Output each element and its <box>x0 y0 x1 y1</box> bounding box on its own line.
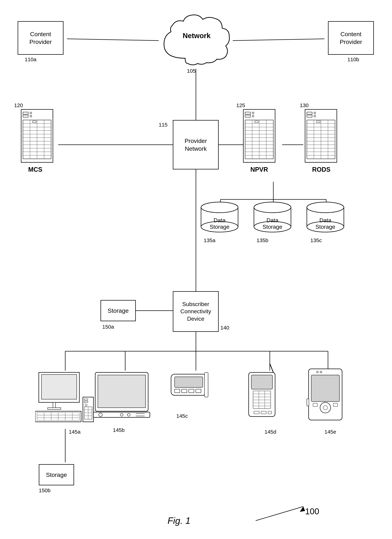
svg-line-1 <box>233 39 325 41</box>
provider-network-label: Provider Network <box>185 137 207 153</box>
data-storage-c-label: DataStorage <box>307 217 344 230</box>
content-provider-right-ref: 110b <box>347 57 359 63</box>
content-provider-right-label: Content Provider <box>340 30 362 46</box>
mcs-label: MCS <box>28 166 42 173</box>
svg-rect-131 <box>205 372 208 397</box>
connection-lines <box>0 0 392 539</box>
mcs-server <box>18 108 57 164</box>
provider-network-ref: 115 <box>159 122 168 128</box>
content-provider-left-box: Content Provider <box>18 21 63 55</box>
svg-line-0 <box>67 39 159 41</box>
data-storage-a-label: DataStorage <box>201 217 238 230</box>
storage-150b-ref: 150b <box>39 487 51 493</box>
svg-rect-153 <box>313 403 317 406</box>
svg-point-86 <box>201 202 238 213</box>
device-145e-pda <box>305 367 346 425</box>
content-provider-left-ref: 110a <box>25 57 37 63</box>
diagram: Network 105 Content Provider 110a Conten… <box>0 0 392 539</box>
rods-ref: 130 <box>300 102 309 108</box>
device-145c-ref: 145c <box>176 413 188 419</box>
svg-marker-22 <box>300 506 305 512</box>
storage-150b-label: Storage <box>46 471 67 479</box>
rods-server <box>302 108 340 164</box>
device-145a-ref: 145a <box>69 429 80 435</box>
device-145d-phone <box>243 362 284 424</box>
network-cloud: Network <box>150 9 243 69</box>
device-145a-computer <box>35 371 95 427</box>
storage-150a-label: Storage <box>108 307 128 314</box>
device-145d-ref: 145d <box>264 429 276 435</box>
npvr-server <box>240 108 279 164</box>
svg-point-90 <box>254 202 291 213</box>
svg-rect-144 <box>261 411 266 414</box>
provider-network-box: Provider Network <box>173 120 219 169</box>
svg-rect-118 <box>98 375 146 408</box>
subscriber-connectivity-box: Subscriber Connectivity Device <box>173 291 219 332</box>
storage-150a-ref: 150a <box>102 324 114 330</box>
svg-rect-134 <box>251 375 272 389</box>
svg-rect-149 <box>311 375 340 401</box>
storage-150b-box: Storage <box>39 464 74 485</box>
svg-rect-143 <box>254 411 259 414</box>
device-145b-ref: 145b <box>113 427 125 433</box>
svg-line-21 <box>256 506 303 521</box>
content-provider-left-label: Content Provider <box>29 30 52 46</box>
subscriber-connectivity-ref: 140 <box>220 325 229 331</box>
data-storage-a-ref: 135a <box>204 237 216 243</box>
svg-rect-145 <box>268 411 272 414</box>
svg-rect-127 <box>175 389 180 393</box>
svg-rect-154 <box>333 403 338 406</box>
svg-point-94 <box>307 202 344 213</box>
svg-rect-98 <box>48 408 61 409</box>
figure-label: Fig. 1 <box>168 515 190 526</box>
fig-100-ref: 100 <box>305 506 319 516</box>
svg-rect-152 <box>307 399 309 406</box>
svg-rect-130 <box>196 389 201 393</box>
rods-label: RODS <box>312 166 331 173</box>
subscriber-connectivity-label: Subscriber Connectivity Device <box>180 301 211 323</box>
svg-rect-129 <box>189 389 194 393</box>
device-145b-tv <box>94 371 157 420</box>
npvr-ref: 125 <box>236 102 245 108</box>
data-storage-c-ref: 135c <box>310 237 322 243</box>
data-storage-b-ref: 135b <box>257 237 268 243</box>
svg-point-121 <box>120 413 123 416</box>
svg-rect-96 <box>42 375 77 399</box>
network-label: Network <box>150 32 243 40</box>
npvr-label: NPVR <box>250 166 268 173</box>
svg-line-132 <box>270 364 273 372</box>
svg-rect-126 <box>175 377 203 387</box>
network-ref: 105 <box>187 68 196 74</box>
svg-point-150 <box>320 402 331 413</box>
svg-point-122 <box>127 413 130 416</box>
svg-rect-97 <box>53 402 56 408</box>
mcs-ref: 120 <box>14 102 23 108</box>
content-provider-right-box: Content Provider <box>328 21 374 55</box>
device-145e-ref: 145e <box>325 429 336 435</box>
svg-rect-128 <box>182 389 187 393</box>
device-145c-pager <box>166 371 212 409</box>
svg-point-120 <box>99 413 102 417</box>
storage-150a-box: Storage <box>100 300 136 321</box>
data-storage-b-label: DataStorage <box>254 217 291 230</box>
